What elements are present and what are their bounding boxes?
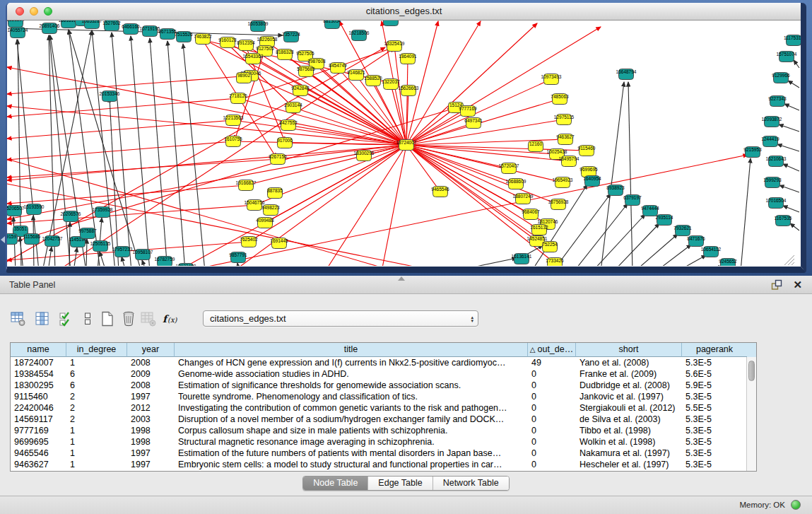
graph-node[interactable]: 16053809: [248, 21, 269, 32]
graph-node[interactable]: 5875685: [297, 66, 315, 77]
graph-node[interactable]: 7625402: [240, 237, 258, 247]
graph-node[interactable]: 9777169: [459, 106, 477, 117]
tab-edge-table[interactable]: Edge Table: [367, 477, 432, 490]
network-canvas[interactable]: 1405572418613042089140616616160152760211…: [7, 21, 801, 266]
table-row[interactable]: 911546021997Tourette syndrome. Phenomeno…: [11, 391, 747, 402]
graph-node[interactable]: 1610755: [224, 136, 242, 147]
graph-node[interactable]: 9227343: [768, 96, 787, 107]
graph-node[interactable]: 6497341: [464, 118, 483, 129]
graph-node[interactable]: 15751074: [777, 52, 797, 62]
graph-node[interactable]: 15720407: [499, 163, 519, 174]
minimize-window-button[interactable]: [30, 7, 38, 16]
graph-node[interactable]: 25206507: [7, 206, 25, 216]
graph-node[interactable]: 7485063: [551, 94, 569, 105]
graph-node[interactable]: 9975887: [78, 228, 97, 239]
graph-node[interactable]: 1864091: [399, 54, 417, 64]
window-titlebar[interactable]: citations_edges.txt: [7, 3, 801, 21]
graph-node[interactable]: 2903144: [284, 103, 302, 113]
graph-node[interactable]: 9463627: [556, 134, 575, 145]
graph-node[interactable]: 1861304: [7, 21, 25, 28]
graph-node[interactable]: 2718120: [229, 93, 247, 104]
graph-node[interactable]: 9129966: [772, 73, 790, 83]
column-header-year[interactable]: year: [127, 343, 175, 357]
table-selector-dropdown[interactable]: citations_edges.txt ▴▾: [203, 310, 478, 327]
graph-node[interactable]: 8267150: [269, 154, 287, 165]
graph-node[interactable]: 8813054: [323, 21, 341, 29]
graph-node[interactable]: 18807249: [513, 194, 534, 204]
graph-node[interactable]: 9498223: [261, 205, 280, 216]
graph-node[interactable]: 12975115: [554, 115, 575, 125]
graph-node[interactable]: 10973493: [541, 74, 562, 85]
delete-rows-trash-icon[interactable]: [120, 310, 137, 327]
graph-node[interactable]: 11175314: [784, 35, 801, 46]
graph-node[interactable]: 16543362: [243, 54, 264, 64]
table-row[interactable]: 2242004622012Investigating the contribut…: [11, 402, 747, 414]
graph-node[interactable]: 8912354: [237, 40, 255, 51]
select-rows-icon[interactable]: [58, 310, 75, 327]
graph-node[interactable]: 17957233: [112, 247, 133, 257]
graph-node[interactable]: 8938923: [606, 185, 625, 196]
graph-node[interactable]: 20891406: [40, 23, 60, 34]
graph-node[interactable]: 17016504: [766, 198, 787, 209]
column-header-out_de[interactable]: △out_de…: [528, 343, 576, 357]
graph-node[interactable]: 1167535: [775, 216, 792, 226]
divider-grip-icon[interactable]: [398, 276, 405, 281]
graph-node[interactable]: 887835: [267, 188, 283, 199]
canvas-resize-grip-icon[interactable]: [784, 255, 794, 265]
graph-node[interactable]: 19166827: [236, 180, 257, 191]
graph-node[interactable]: 18756928: [548, 199, 569, 210]
close-window-button[interactable]: [16, 7, 24, 16]
graph-node[interactable]: 15626663: [399, 86, 419, 96]
graph-node[interactable]: 7515526: [175, 32, 193, 42]
graph-node[interactable]: 6379197: [623, 195, 642, 206]
graph-node[interactable]: 10654112: [701, 247, 722, 257]
table-row[interactable]: 1938455462009Genome-wide association stu…: [11, 368, 747, 380]
graph-node[interactable]: 19218506: [349, 30, 370, 41]
new-table-icon[interactable]: [99, 310, 116, 327]
graph-node[interactable]: 12213563: [223, 115, 244, 126]
column-header-in_degree[interactable]: in_degree: [66, 343, 127, 357]
graph-node[interactable]: 13325419: [384, 41, 405, 52]
graph-node[interactable]: 18300295: [354, 151, 375, 161]
graph-node[interactable]: 1527602: [102, 21, 121, 31]
graph-node[interactable]: 9215953: [743, 147, 762, 158]
graph-node[interactable]: 7463822: [194, 34, 212, 45]
graph-node[interactable]: 9242848: [291, 86, 310, 96]
graph-node[interactable]: 10688609: [506, 179, 526, 189]
graph-node[interactable]: 15193590: [24, 204, 45, 215]
graph-node[interactable]: 1244419: [761, 136, 779, 147]
graph-node[interactable]: 9146821: [347, 70, 365, 81]
fit-rows-icon[interactable]: [79, 310, 96, 327]
graph-node[interactable]: 6466160: [122, 24, 140, 35]
column-header-name[interactable]: name: [11, 343, 66, 357]
graph-node[interactable]: 12042757: [42, 236, 63, 247]
table-row[interactable]: 1456911722003Disruption of a novel membe…: [11, 414, 747, 425]
table-settings-icon[interactable]: [10, 310, 27, 327]
graph-node[interactable]: 9245652: [719, 259, 737, 267]
graph-node[interactable]: 1322037: [382, 79, 400, 90]
graph-node[interactable]: 2935114: [656, 215, 673, 226]
table-row[interactable]: 969969511998Structural magnetic resonanc…: [11, 436, 747, 448]
graph-node[interactable]: 1588520: [364, 76, 382, 86]
table-scrollbar-thumb[interactable]: [748, 361, 755, 381]
function-builder-icon[interactable]: f (x): [161, 310, 182, 327]
column-header-title[interactable]: title: [175, 343, 528, 357]
graph-node[interactable]: 9115460: [578, 146, 596, 156]
select-column-icon[interactable]: [34, 310, 51, 327]
tab-network-table[interactable]: Network Table: [433, 477, 509, 490]
graph-node[interactable]: 7932621: [673, 226, 692, 236]
graph-node[interactable]: 8427552: [279, 120, 298, 131]
graph-node[interactable]: 8123045: [382, 21, 400, 26]
graph-node[interactable]: 16782759: [155, 257, 175, 267]
graph-node[interactable]: 8471676: [687, 236, 705, 247]
graph-node[interactable]: 12923468: [176, 264, 196, 267]
graph-node[interactable]: 18724007: [396, 140, 417, 151]
graph-node[interactable]: 10653287: [82, 21, 102, 29]
graph-node[interactable]: 20153346: [100, 91, 120, 102]
graph-node[interactable]: 9857791: [229, 252, 247, 263]
split-collapse-arrow-icon[interactable]: [1, 236, 5, 243]
graph-node[interactable]: 9465546: [431, 187, 449, 197]
graph-node[interactable]: 9671355: [158, 29, 177, 40]
graph-node[interactable]: 7357224: [282, 32, 300, 42]
graph-node[interactable]: 1615132: [530, 225, 548, 235]
